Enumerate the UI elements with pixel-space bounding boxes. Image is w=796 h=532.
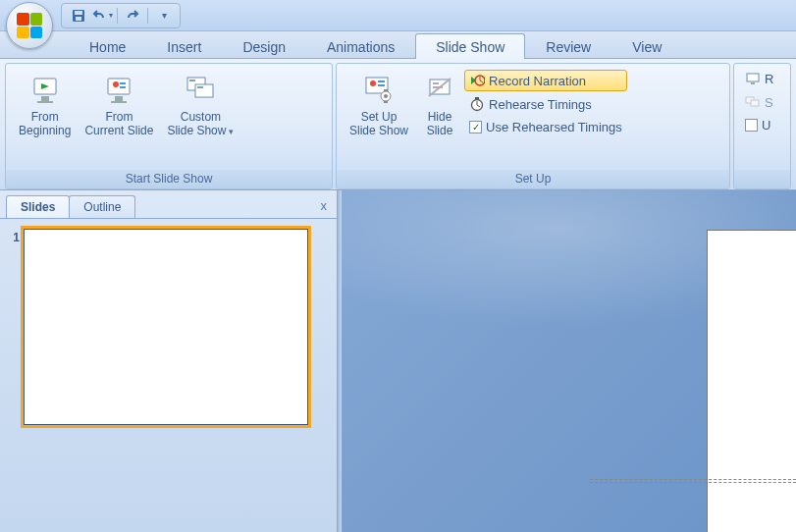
custom-slide-show-button[interactable]: Custom Slide Show▾ <box>160 68 240 141</box>
tab-review[interactable]: Review <box>525 33 611 59</box>
save-icon <box>71 8 86 24</box>
partial-label-2: S <box>765 95 773 110</box>
svg-rect-12 <box>120 86 126 88</box>
group-set-up: Set Up Slide Show Hide Slide Record Narr… <box>336 63 730 189</box>
partial-row-2[interactable]: S <box>740 91 778 113</box>
group-label: Start Slide Show <box>6 170 332 188</box>
pane-tab-outline[interactable]: Outline <box>69 195 135 218</box>
use-rehearsed-timings-label: Use Rehearsed Timings <box>486 120 622 134</box>
from-current-slide-icon <box>102 73 135 106</box>
use-rehearsed-timings-checkbox[interactable]: ✓ Use Rehearsed Timings <box>464 117 627 137</box>
svg-rect-26 <box>433 82 439 84</box>
svg-rect-1 <box>75 11 82 15</box>
hide-slide-label: Hide Slide <box>427 110 453 138</box>
svg-rect-38 <box>751 82 755 84</box>
content-area: Slides Outline x 1 <box>0 190 796 532</box>
group-label <box>734 170 790 188</box>
rehearse-timings-icon <box>469 96 485 112</box>
tab-design[interactable]: Design <box>222 33 306 59</box>
svg-rect-19 <box>378 80 385 82</box>
separator <box>147 8 148 24</box>
group-label: Set Up <box>337 170 729 188</box>
hide-slide-icon <box>423 73 456 106</box>
office-button[interactable] <box>6 2 53 49</box>
tab-view[interactable]: View <box>611 33 682 59</box>
monitor-icon <box>745 94 761 110</box>
checkbox-icon <box>745 119 758 132</box>
svg-rect-4 <box>41 96 49 101</box>
redo-button[interactable] <box>122 6 143 26</box>
office-logo-icon <box>17 13 42 38</box>
monitor-icon <box>745 71 761 86</box>
svg-rect-9 <box>111 101 127 103</box>
from-beginning-icon <box>28 73 62 106</box>
from-current-slide-button[interactable]: From Current Slide <box>78 68 160 141</box>
slide-editor[interactable] <box>342 190 796 532</box>
pane-tabs: Slides Outline x <box>0 190 337 218</box>
tab-insert[interactable]: Insert <box>146 33 222 59</box>
partial-row-1[interactable]: R <box>740 68 778 89</box>
hide-slide-button[interactable]: Hide Slide <box>415 68 464 141</box>
custom-slide-show-label: Custom Slide Show▾ <box>167 110 234 138</box>
record-narration-button[interactable]: Record Narration <box>464 70 627 91</box>
rehearse-timings-label: Rehearse Timings <box>489 97 592 112</box>
from-beginning-label: From Beginning <box>19 110 71 138</box>
svg-rect-16 <box>197 86 203 88</box>
slide-thumbnail-item[interactable]: 1 <box>8 229 329 425</box>
svg-rect-23 <box>384 89 388 91</box>
pane-close-button[interactable]: x <box>321 198 328 213</box>
svg-rect-37 <box>747 74 759 81</box>
svg-rect-5 <box>37 101 53 103</box>
ribbon: From Beginning From Current Slide Custom… <box>0 59 796 190</box>
chevron-down-icon: ▾ <box>109 11 113 20</box>
svg-rect-34 <box>475 97 479 99</box>
from-current-slide-label: From Current Slide <box>84 110 153 138</box>
tab-animations[interactable]: Animations <box>306 33 415 59</box>
slide-number: 1 <box>8 229 20 244</box>
svg-rect-7 <box>108 79 130 94</box>
chevron-down-icon: ▾ <box>162 10 167 21</box>
custom-slide-show-icon <box>184 73 217 106</box>
undo-button[interactable]: ▾ <box>91 6 113 26</box>
save-button[interactable] <box>68 6 89 26</box>
svg-rect-24 <box>384 101 388 103</box>
quick-access-toolbar: ▾ ▾ <box>61 3 181 28</box>
set-up-slide-show-icon <box>362 73 396 106</box>
svg-rect-2 <box>76 17 81 21</box>
svg-rect-11 <box>120 82 126 84</box>
chevron-down-icon: ▾ <box>229 127 234 136</box>
partial-row-3[interactable]: U <box>740 115 775 135</box>
set-up-slide-show-button[interactable]: Set Up Slide Show <box>343 68 415 141</box>
pane-tab-slides[interactable]: Slides <box>6 195 70 218</box>
tab-slide-show[interactable]: Slide Show <box>415 33 525 59</box>
rehearse-timings-button[interactable]: Rehearse Timings <box>464 93 627 115</box>
svg-rect-40 <box>751 100 759 106</box>
from-beginning-button[interactable]: From Beginning <box>12 68 78 141</box>
qat-customize-button[interactable]: ▾ <box>152 6 174 26</box>
slides-outline-pane: Slides Outline x 1 <box>0 190 338 532</box>
group-monitors-partial: R S U <box>733 63 791 189</box>
svg-rect-8 <box>115 96 123 101</box>
ribbon-tabs: Home Insert Design Animations Slide Show… <box>0 31 796 59</box>
placeholder-handle[interactable] <box>590 479 796 483</box>
set-up-slide-show-label: Set Up Slide Show <box>349 110 408 138</box>
separator <box>117 8 118 24</box>
checkbox-icon: ✓ <box>469 121 482 133</box>
svg-rect-15 <box>189 80 195 81</box>
svg-rect-14 <box>195 84 213 97</box>
slide-thumbnail[interactable] <box>24 229 308 425</box>
svg-point-18 <box>370 80 376 86</box>
slide-canvas[interactable] <box>707 230 796 532</box>
svg-point-22 <box>384 94 388 98</box>
partial-label-1: R <box>765 72 773 86</box>
undo-icon <box>91 8 107 24</box>
record-narration-icon <box>469 73 485 88</box>
tab-home[interactable]: Home <box>69 33 146 59</box>
svg-point-10 <box>113 81 119 87</box>
title-bar: ▾ ▾ <box>0 0 796 31</box>
slide-thumbnails: 1 <box>0 218 337 532</box>
partial-label-3: U <box>762 118 770 133</box>
group-start-slide-show: From Beginning From Current Slide Custom… <box>5 63 333 189</box>
svg-rect-20 <box>378 84 385 86</box>
redo-icon <box>125 8 140 24</box>
